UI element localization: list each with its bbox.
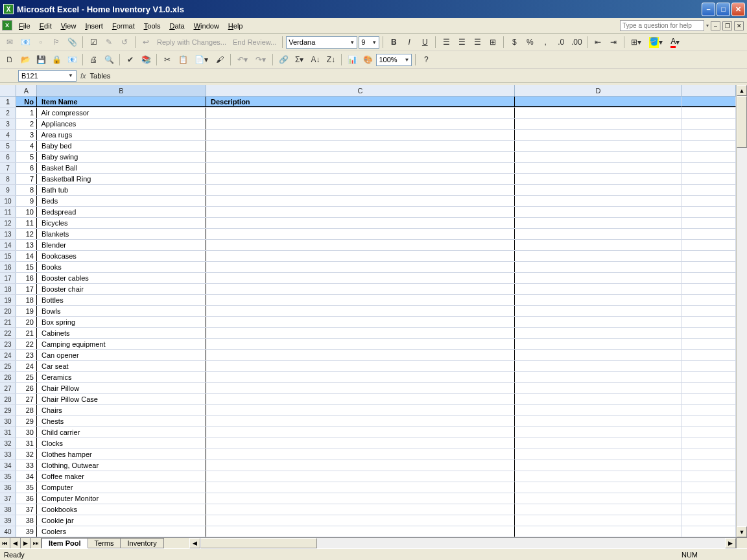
sheet-tab-active[interactable]: Item Pool bbox=[42, 538, 88, 548]
name-box[interactable]: B121▼ bbox=[18, 70, 77, 82]
cell-empty[interactable] bbox=[682, 295, 736, 305]
cell-item-name[interactable]: Cookie jar bbox=[37, 515, 206, 526]
cell-no[interactable]: 16 bbox=[16, 273, 37, 283]
cell-no[interactable]: 8 bbox=[16, 185, 37, 195]
new-button[interactable]: 🗋 bbox=[3, 52, 17, 67]
print-preview-button[interactable]: 🔍 bbox=[102, 52, 116, 67]
cell-empty[interactable] bbox=[515, 372, 682, 382]
cell-empty[interactable] bbox=[515, 119, 682, 129]
cell-item-name[interactable]: Box spring bbox=[37, 317, 206, 327]
row-header[interactable]: 2 bbox=[0, 108, 16, 118]
chart-wizard-button[interactable]: 📊 bbox=[345, 52, 359, 67]
minimize-button[interactable]: – bbox=[702, 3, 715, 16]
cell-description[interactable] bbox=[206, 416, 515, 426]
cell-description[interactable] bbox=[206, 119, 515, 129]
menu-edit[interactable]: Edit bbox=[35, 20, 56, 32]
cell-empty[interactable] bbox=[682, 361, 736, 371]
cell-item-name[interactable]: Chests bbox=[37, 416, 206, 426]
cell-empty[interactable] bbox=[515, 229, 682, 239]
cell-no[interactable]: 35 bbox=[16, 482, 37, 493]
font-size-combo[interactable]: 9▼ bbox=[359, 36, 379, 49]
sort-desc-button[interactable]: Z↓ bbox=[324, 52, 338, 67]
cell-description[interactable] bbox=[206, 394, 515, 404]
cell-item-name[interactable]: Computer Monitor bbox=[37, 493, 206, 504]
cell-description[interactable] bbox=[206, 328, 515, 338]
cell-no[interactable]: 15 bbox=[16, 262, 37, 272]
cell-empty[interactable] bbox=[682, 328, 736, 338]
italic-button[interactable]: I bbox=[402, 35, 416, 49]
cell-empty[interactable] bbox=[515, 427, 682, 438]
help-dropdown-icon[interactable]: ▾ bbox=[706, 23, 709, 29]
row-header[interactable]: 13 bbox=[0, 229, 16, 239]
cell-item-name[interactable]: Blankets bbox=[37, 229, 206, 239]
cell-no[interactable]: 1 bbox=[16, 108, 37, 118]
align-left-button[interactable]: ☰ bbox=[439, 35, 453, 49]
percent-button[interactable]: % bbox=[523, 35, 537, 49]
cell-empty[interactable] bbox=[515, 284, 682, 294]
row-header[interactable]: 37 bbox=[0, 493, 16, 504]
menu-format[interactable]: Format bbox=[108, 20, 139, 32]
cell-description[interactable] bbox=[206, 493, 515, 504]
cell-no[interactable]: 23 bbox=[16, 350, 37, 360]
cell-empty[interactable] bbox=[682, 350, 736, 360]
cell-no[interactable]: 29 bbox=[16, 416, 37, 426]
cell-empty[interactable] bbox=[682, 493, 736, 504]
cell-item-name[interactable]: Camping equipment bbox=[37, 339, 206, 349]
cell-empty[interactable] bbox=[682, 185, 736, 195]
scroll-down-button[interactable]: ▼ bbox=[737, 526, 747, 537]
zoom-combo[interactable]: 100%▼ bbox=[376, 54, 412, 66]
cell-no[interactable]: 7 bbox=[16, 174, 37, 184]
cell-description[interactable] bbox=[206, 141, 515, 151]
cut-button[interactable]: ✂ bbox=[160, 52, 174, 67]
print-button[interactable]: 🖨 bbox=[86, 52, 101, 67]
research-button[interactable]: 📚 bbox=[139, 52, 153, 67]
col-header-A[interactable]: A bbox=[16, 85, 37, 96]
cell-item-name[interactable]: Blender bbox=[37, 240, 206, 250]
cell-description[interactable] bbox=[206, 515, 515, 526]
cell-empty[interactable] bbox=[682, 207, 736, 217]
cell-description[interactable] bbox=[206, 427, 515, 438]
col-header-B[interactable]: B bbox=[37, 85, 206, 96]
send-icon[interactable]: ✉ bbox=[3, 35, 17, 49]
increase-decimal-button[interactable]: .0 bbox=[554, 35, 568, 49]
cell-item-name[interactable]: Cabinets bbox=[37, 328, 206, 338]
cell-no[interactable]: 39 bbox=[16, 526, 37, 537]
cell-description[interactable] bbox=[206, 185, 515, 195]
row-header[interactable]: 36 bbox=[0, 482, 16, 493]
cell-description[interactable] bbox=[206, 383, 515, 393]
fx-icon[interactable]: fx bbox=[80, 72, 86, 80]
cell-empty[interactable] bbox=[682, 152, 736, 162]
underline-button[interactable]: U bbox=[418, 35, 432, 49]
row-header[interactable]: 33 bbox=[0, 449, 16, 460]
row-header[interactable]: 18 bbox=[0, 284, 16, 294]
cell-empty[interactable] bbox=[515, 493, 682, 504]
cell-item-name[interactable]: Bedspread bbox=[37, 207, 206, 217]
col-header-extra[interactable] bbox=[682, 85, 736, 96]
cell-item-name[interactable]: Chair Pillow bbox=[37, 383, 206, 393]
select-all-corner[interactable] bbox=[0, 85, 16, 96]
cell-empty[interactable] bbox=[682, 218, 736, 228]
cell-empty[interactable] bbox=[682, 372, 736, 382]
save-button[interactable]: 💾 bbox=[34, 52, 48, 67]
align-right-button[interactable]: ☰ bbox=[470, 35, 484, 49]
cell-description[interactable] bbox=[206, 361, 515, 371]
cell-empty[interactable] bbox=[515, 460, 682, 471]
font-color-button[interactable]: A▾ bbox=[667, 35, 683, 49]
row-header[interactable]: 38 bbox=[0, 504, 16, 515]
autosum-button[interactable]: Σ▾ bbox=[292, 52, 307, 67]
cell-empty[interactable] bbox=[515, 262, 682, 272]
cell-item-name[interactable]: Appliances bbox=[37, 119, 206, 129]
cell-empty[interactable] bbox=[682, 196, 736, 206]
cell-empty[interactable] bbox=[682, 163, 736, 173]
cell-item-name[interactable]: Coffee maker bbox=[37, 471, 206, 482]
cell-no[interactable]: 32 bbox=[16, 449, 37, 460]
drawing-button[interactable]: 🎨 bbox=[361, 52, 375, 67]
formula-value[interactable]: Tables bbox=[90, 72, 111, 80]
cell-no[interactable]: 38 bbox=[16, 515, 37, 526]
cell-no[interactable]: 34 bbox=[16, 471, 37, 482]
cell-description[interactable] bbox=[206, 163, 515, 173]
cell-no[interactable]: 33 bbox=[16, 460, 37, 471]
cell-empty[interactable] bbox=[682, 229, 736, 239]
cell-empty[interactable] bbox=[515, 141, 682, 151]
cell-empty[interactable] bbox=[682, 394, 736, 404]
